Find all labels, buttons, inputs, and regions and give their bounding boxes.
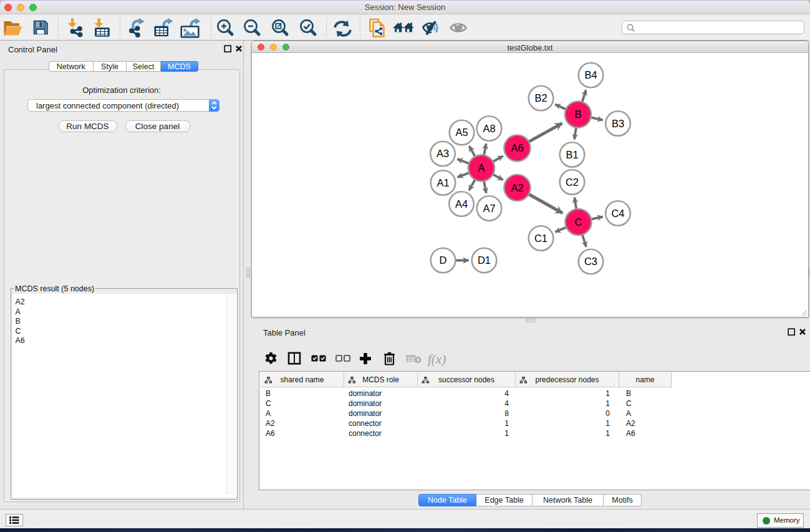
svg-text:C2: C2	[566, 177, 579, 188]
svg-text:D1: D1	[478, 254, 491, 266]
svg-text:A: A	[478, 162, 485, 173]
svg-text:B2: B2	[534, 92, 547, 104]
svg-text:B: B	[574, 109, 581, 120]
svg-text:C3: C3	[584, 256, 597, 267]
svg-text:A6: A6	[511, 142, 523, 153]
svg-text:A1: A1	[436, 177, 449, 188]
svg-text:B3: B3	[612, 118, 624, 129]
svg-text:A7: A7	[483, 203, 495, 214]
svg-text:C1: C1	[534, 233, 547, 244]
svg-text:B1: B1	[566, 149, 578, 160]
svg-text:A8: A8	[483, 123, 495, 134]
svg-text:A3: A3	[436, 148, 449, 159]
svg-text:A2: A2	[511, 182, 523, 193]
svg-text:A4: A4	[455, 198, 468, 210]
svg-text:C4: C4	[611, 208, 624, 219]
svg-text:C: C	[575, 216, 582, 228]
svg-text:A5: A5	[455, 127, 468, 138]
svg-text:B4: B4	[584, 69, 597, 80]
svg-text:D: D	[440, 254, 447, 266]
